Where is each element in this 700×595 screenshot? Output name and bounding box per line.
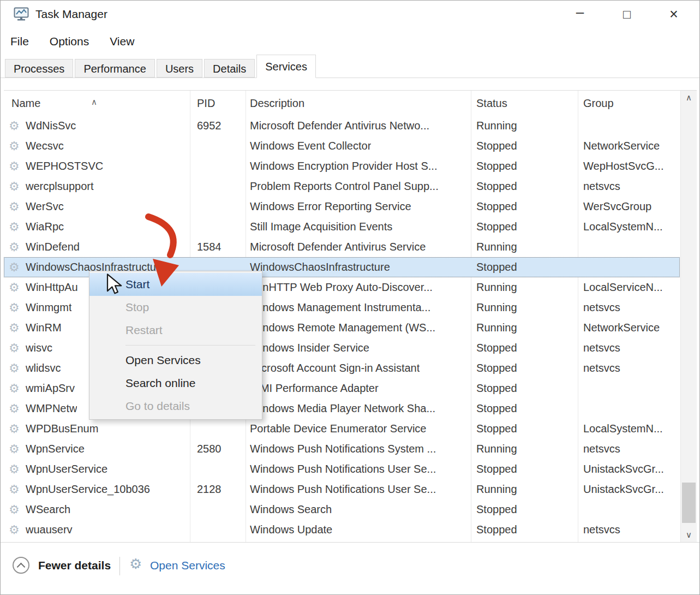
table-row[interactable]: ⚙ WiaRpc Still Image Acquisition Events … <box>4 217 680 237</box>
cell-group: LocalServiceN... <box>583 277 663 297</box>
table-row[interactable]: ⚙ WEPHOSTSVC Windows Encryption Provider… <box>4 156 680 176</box>
service-gear-icon: ⚙ <box>9 257 20 277</box>
cell-group: netsvcs <box>583 520 620 540</box>
service-gear-icon: ⚙ <box>9 358 20 378</box>
cell-pid: 6952 <box>197 116 222 136</box>
cell-group: netsvcs <box>583 439 620 459</box>
cell-description: Windows Encryption Provider Host S... <box>250 156 437 176</box>
table-row[interactable]: ⚙ Wecsvc Windows Event Collector Stopped… <box>4 136 680 156</box>
table-row[interactable]: ⚙ WpnUserService_10b036 2128 Windows Pus… <box>4 479 680 499</box>
cell-name: WinHttpAu <box>26 277 78 297</box>
service-gear-icon: ⚙ <box>9 318 20 338</box>
table-row[interactable]: ⚙ WpnUserService Windows Push Notificati… <box>4 459 680 479</box>
context-menu-item-stop[interactable]: Stop <box>89 296 262 319</box>
tab-processes[interactable]: Processes <box>5 59 73 78</box>
cell-status: Stopped <box>476 499 517 520</box>
service-gear-icon: ⚙ <box>9 197 20 217</box>
table-row[interactable]: ⚙ WSearch Windows Search Stopped <box>4 499 680 520</box>
cell-description: Windows Remote Management (WS... <box>250 318 435 338</box>
cell-name: WpnService <box>26 439 85 459</box>
tab-services[interactable]: Services <box>256 55 316 78</box>
table-row[interactable]: ⚙ WPDBusEnum Portable Device Enumerator … <box>4 419 680 439</box>
cell-status: Running <box>476 116 517 136</box>
cell-description: Windows Event Collector <box>250 136 371 156</box>
cell-description: Windows Push Notifications System ... <box>250 439 436 459</box>
menu-bar: File Options View <box>1 31 699 52</box>
column-header-group[interactable]: Group <box>583 97 614 110</box>
cell-group: LocalSystemN... <box>583 419 663 439</box>
scrollbar-thumb[interactable] <box>682 483 696 523</box>
context-menu-item-search-online[interactable]: Search online <box>89 372 262 395</box>
scroll-down-icon[interactable]: ∨ <box>681 528 697 542</box>
fewer-details-label: Fewer details <box>38 559 111 572</box>
window-title: Task Manager <box>35 8 107 21</box>
context-menu-item-restart[interactable]: Restart <box>89 319 262 342</box>
tab-strip: Processes Performance Users Details Serv… <box>1 54 699 78</box>
table-row[interactable]: ⚙ WinDefend 1584 Microsoft Defender Anti… <box>4 237 680 257</box>
cell-status: Stopped <box>476 257 517 277</box>
table-row[interactable]: ⚙ WpnService 2580 Windows Push Notificat… <box>4 439 680 459</box>
tab-performance[interactable]: Performance <box>75 59 155 78</box>
service-gear-icon: ⚙ <box>9 419 20 439</box>
cell-group: netsvcs <box>583 176 620 197</box>
footer-bar: Fewer details ⚙ Open Services <box>1 542 699 594</box>
cell-status: Running <box>476 439 517 459</box>
menu-options[interactable]: Options <box>50 35 89 48</box>
cell-status: Running <box>476 237 517 257</box>
service-gear-icon: ⚙ <box>9 439 20 459</box>
context-menu-item-open-services[interactable]: Open Services <box>89 349 262 372</box>
cell-description: Windows Insider Service <box>250 338 369 358</box>
cell-group: NetworkService <box>583 318 660 338</box>
task-manager-window: Task Manager – □ × File Options View Pro… <box>0 0 700 595</box>
table-row[interactable]: ⚙ WdNisSvc 6952 Microsoft Defender Antiv… <box>4 116 680 136</box>
cell-group: netsvcs <box>583 338 620 358</box>
cell-status: Stopped <box>476 520 517 540</box>
tab-details[interactable]: Details <box>204 59 255 78</box>
cell-name: wuauserv <box>26 520 73 540</box>
minimize-button[interactable]: – <box>557 1 603 28</box>
menu-file[interactable]: File <box>10 35 29 48</box>
cell-description: Windows Update <box>250 520 332 540</box>
cell-group: UnistackSvcGr... <box>583 479 664 499</box>
service-gear-icon: ⚙ <box>9 116 20 136</box>
column-header-pid[interactable]: PID <box>197 97 215 110</box>
column-header-description[interactable]: Description <box>250 97 304 110</box>
title-bar: Task Manager – □ × <box>1 1 699 28</box>
collapse-chevron-icon <box>13 557 29 574</box>
cell-description: Portable Device Enumerator Service <box>250 419 426 439</box>
cell-description: WMI Performance Adapter <box>250 378 379 398</box>
cell-description: Microsoft Defender Antivirus Netwo... <box>250 116 429 136</box>
tab-users[interactable]: Users <box>157 59 202 78</box>
table-row[interactable]: ⚙ wuauserv Windows Update Stopped netsvc… <box>4 520 680 540</box>
footer-divider <box>119 557 120 575</box>
service-gear-icon: ⚙ <box>9 217 20 237</box>
cell-description: Windows Error Reporting Service <box>250 197 411 217</box>
maximize-button[interactable]: □ <box>603 1 650 28</box>
close-button[interactable]: × <box>650 1 697 28</box>
cell-status: Stopped <box>476 338 517 358</box>
service-gear-icon: ⚙ <box>9 277 20 297</box>
menu-view[interactable]: View <box>110 35 134 48</box>
cell-status: Stopped <box>476 419 517 439</box>
cell-name: wlidsvc <box>26 358 61 378</box>
cell-status: Running <box>476 318 517 338</box>
cell-name: WMPNetw <box>26 398 77 419</box>
service-gear-icon: ⚙ <box>9 176 20 197</box>
scroll-up-icon[interactable]: ∧ <box>681 91 697 105</box>
table-row[interactable]: ⚙ wercplsupport Problem Reports Control … <box>4 176 680 197</box>
open-services-link[interactable]: Open Services <box>150 559 225 572</box>
cell-pid: 2580 <box>197 439 222 459</box>
fewer-details-toggle[interactable]: Fewer details <box>13 557 111 574</box>
table-row[interactable]: ⚙ WerSvc Windows Error Reporting Service… <box>4 197 680 217</box>
context-menu-item-go-to-details[interactable]: Go to details <box>89 395 262 418</box>
cell-name: WerSvc <box>26 197 64 217</box>
service-gear-icon: ⚙ <box>9 520 20 540</box>
vertical-scrollbar[interactable]: ∧ ∨ <box>680 91 697 542</box>
cell-status: Running <box>476 479 517 499</box>
column-header-status[interactable]: Status <box>476 97 507 110</box>
services-gear-icon: ⚙ <box>129 556 142 573</box>
service-gear-icon: ⚙ <box>9 297 20 318</box>
column-header-name[interactable]: Name <box>11 97 40 110</box>
window-controls: – □ × <box>557 1 697 28</box>
cell-name: WdNisSvc <box>26 116 76 136</box>
